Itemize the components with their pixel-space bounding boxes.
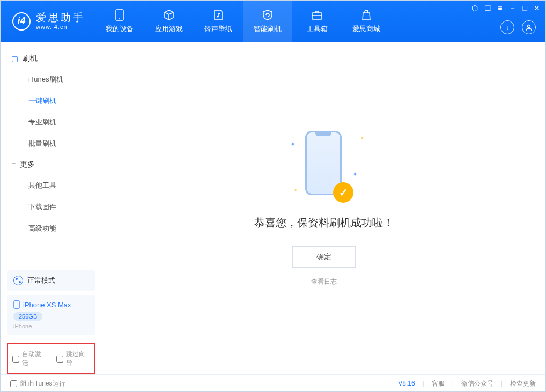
device-capacity: 256GB bbox=[13, 312, 42, 321]
toolbox-icon bbox=[311, 9, 323, 21]
nav-label: 应用游戏 bbox=[155, 24, 183, 34]
feedback-icon[interactable]: ☐ bbox=[484, 4, 491, 13]
app-name: 爱思助手 bbox=[36, 12, 85, 24]
sidebar-item-download-firmware[interactable]: 下载固件 bbox=[1, 196, 102, 218]
svg-point-2 bbox=[217, 16, 219, 17]
nav-apps-games[interactable]: 应用游戏 bbox=[144, 1, 194, 42]
sidebar-group-flash: ▢ 刷机 bbox=[1, 48, 102, 69]
nav-ringtone-wallpaper[interactable]: 铃声壁纸 bbox=[194, 1, 243, 42]
logo-icon: i4 bbox=[12, 12, 31, 31]
main-content: ✦ • • ✦ ✓ 恭喜您，保资料刷机成功啦！ 确定 查看日志 bbox=[102, 42, 545, 374]
sidebar: ▢ 刷机 iTunes刷机 一键刷机 专业刷机 批量刷机 ≡ 更多 其他工具 下… bbox=[1, 42, 102, 374]
phone-icon: ▢ bbox=[11, 54, 18, 63]
svg-rect-5 bbox=[14, 301, 19, 308]
sidebar-item-batch-flash[interactable]: 批量刷机 bbox=[1, 133, 102, 154]
checkmark-badge-icon: ✓ bbox=[333, 182, 353, 203]
list-icon: ≡ bbox=[11, 160, 16, 169]
sidebar-item-oneclick-flash[interactable]: 一键刷机 bbox=[1, 90, 102, 112]
mode-label: 正常模式 bbox=[27, 276, 55, 285]
skip-guide-checkbox[interactable]: 跳过向导 bbox=[56, 350, 91, 368]
nav-label: 爱思商城 bbox=[352, 24, 380, 34]
svg-rect-3 bbox=[312, 13, 322, 19]
minimize-icon[interactable]: － bbox=[509, 4, 517, 13]
device-card[interactable]: iPhone XS Max 256GB iPhone bbox=[7, 295, 95, 335]
music-file-icon bbox=[212, 9, 225, 21]
app-header: i4 爱思助手 www.i4.cn 我的设备 应用游戏 铃声壁纸 智能刷机 工具… bbox=[1, 1, 545, 42]
nav-label: 我的设备 bbox=[106, 24, 134, 34]
success-illustration: ✦ • • ✦ ✓ bbox=[300, 130, 348, 199]
mode-card[interactable]: 正常模式 bbox=[7, 270, 95, 291]
device-type: iPhone bbox=[13, 323, 89, 329]
bag-icon bbox=[360, 9, 373, 21]
sidebar-item-other-tools[interactable]: 其他工具 bbox=[1, 175, 102, 196]
nav-toolbox[interactable]: 工具箱 bbox=[292, 1, 342, 42]
header-actions: ↓ bbox=[500, 20, 536, 34]
download-icon[interactable]: ↓ bbox=[500, 20, 514, 34]
tshirt-icon[interactable]: ⬡ bbox=[471, 4, 478, 13]
nav-label: 智能刷机 bbox=[254, 24, 282, 34]
svg-point-1 bbox=[119, 18, 120, 19]
svg-point-4 bbox=[528, 25, 530, 28]
sidebar-item-itunes-flash[interactable]: iTunes刷机 bbox=[1, 69, 102, 90]
user-icon[interactable] bbox=[522, 20, 536, 34]
phone-small-icon bbox=[13, 300, 20, 309]
shield-refresh-icon bbox=[261, 9, 274, 21]
support-link[interactable]: 客服 bbox=[432, 379, 445, 388]
menu-icon[interactable]: ≡ bbox=[498, 4, 502, 13]
nav-label: 铃声壁纸 bbox=[204, 24, 232, 34]
sparkle-icon: • bbox=[294, 187, 297, 194]
sparkle-icon: ✦ bbox=[352, 171, 358, 178]
logo-block: i4 爱思助手 www.i4.cn bbox=[1, 1, 95, 42]
view-log-link[interactable]: 查看日志 bbox=[311, 277, 337, 286]
sidebar-item-pro-flash[interactable]: 专业刷机 bbox=[1, 112, 102, 133]
sidebar-group-more: ≡ 更多 bbox=[1, 154, 102, 175]
version-label: V8.16 bbox=[398, 380, 415, 387]
checkbox-label: 自动激活 bbox=[22, 350, 47, 368]
checkbox-label: 跳过向导 bbox=[66, 350, 91, 368]
nav-my-device[interactable]: 我的设备 bbox=[95, 1, 144, 42]
ok-button[interactable]: 确定 bbox=[292, 246, 356, 268]
check-update-link[interactable]: 检查更新 bbox=[510, 379, 536, 388]
app-url: www.i4.cn bbox=[36, 24, 85, 30]
sidebar-item-advanced[interactable]: 高级功能 bbox=[1, 218, 102, 239]
cube-icon bbox=[163, 9, 175, 21]
options-highlight-box: 自动激活 跳过向导 bbox=[7, 343, 95, 374]
success-message: 恭喜您，保资料刷机成功啦！ bbox=[254, 216, 394, 230]
close-icon[interactable]: ✕ bbox=[534, 4, 540, 13]
nav-label: 工具箱 bbox=[307, 24, 328, 34]
maximize-icon[interactable]: □ bbox=[523, 4, 527, 13]
sparkle-icon: • bbox=[361, 135, 363, 141]
status-bar: 阻止iTunes运行 V8.16 | 客服 | 微信公众号 | 检查更新 bbox=[1, 374, 545, 392]
nav-store[interactable]: 爱思商城 bbox=[342, 1, 391, 42]
block-itunes-checkbox[interactable]: 阻止iTunes运行 bbox=[10, 379, 65, 388]
mode-icon bbox=[13, 276, 23, 285]
window-controls: ⬡ ☐ ≡ － □ ✕ bbox=[471, 4, 540, 13]
main-nav: 我的设备 应用游戏 铃声壁纸 智能刷机 工具箱 爱思商城 bbox=[95, 1, 391, 42]
group-title: 刷机 bbox=[23, 54, 38, 63]
checkbox-label: 阻止iTunes运行 bbox=[20, 379, 65, 388]
sparkle-icon: ✦ bbox=[290, 140, 296, 148]
device-icon bbox=[113, 9, 126, 21]
nav-smart-flash[interactable]: 智能刷机 bbox=[243, 1, 292, 42]
auto-activate-checkbox[interactable]: 自动激活 bbox=[12, 350, 47, 368]
wechat-link[interactable]: 微信公众号 bbox=[461, 379, 493, 388]
group-title: 更多 bbox=[20, 160, 35, 169]
device-name: iPhone XS Max bbox=[23, 301, 71, 309]
